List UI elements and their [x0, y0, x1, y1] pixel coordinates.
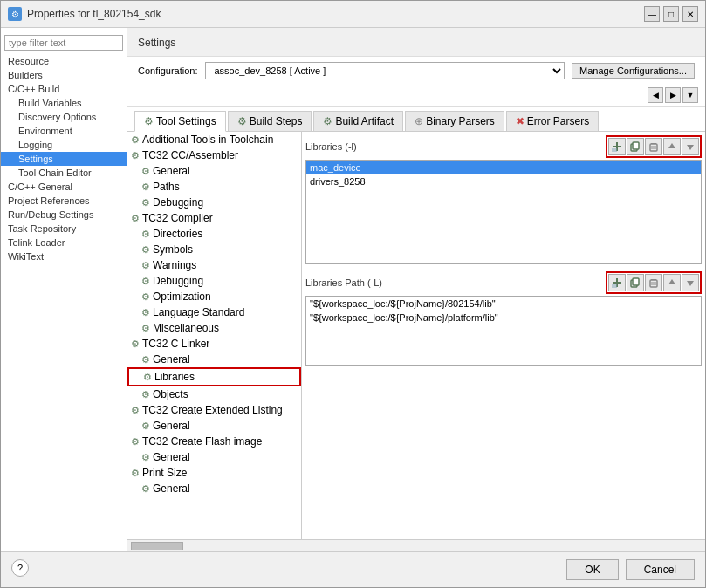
libraries-list: mac_device drivers_8258 [305, 160, 702, 264]
panel-body: ⚙ Additional Tools in Toolchain ⚙ TC32 C… [127, 132, 705, 539]
scrollbar-thumb[interactable] [131, 542, 183, 550]
libraries-add-button[interactable] [608, 138, 626, 155]
sidebar-item-builders[interactable]: Builders [1, 68, 127, 82]
tree-item-tc32-c-linker[interactable]: ⚙ TC32 C Linker [127, 336, 301, 352]
sidebar-item-run-debug[interactable]: Run/Debug Settings [1, 208, 127, 222]
tree-item-debugging1[interactable]: ⚙ Debugging [127, 195, 301, 210]
settings-title: Settings [138, 37, 175, 49]
main-window: ⚙ Properties for tl_802154_sdk — □ ✕ Res… [0, 0, 706, 588]
sidebar-item-cpp-general[interactable]: C/C++ General [1, 180, 127, 194]
tree-item-tc32-compiler[interactable]: ⚙ TC32 Compiler [127, 210, 301, 226]
nav-down-button[interactable]: ▼ [682, 87, 698, 103]
libraries-delete-button[interactable] [645, 138, 662, 155]
tree-item-print-size[interactable]: ⚙ Print Size [127, 465, 301, 481]
libraries-path-copy-button[interactable] [627, 274, 644, 291]
sidebar-item-cpp-build[interactable]: C/C++ Build [1, 82, 127, 96]
maximize-button[interactable]: □ [663, 6, 679, 22]
nav-arrows: ◀ ▶ ▼ [648, 87, 698, 103]
svg-marker-22 [668, 279, 675, 284]
libraries-path-delete-button[interactable] [645, 274, 662, 291]
tree-item-general1[interactable]: ⚙ General [127, 163, 301, 179]
svg-rect-14 [612, 284, 617, 288]
sidebar: Resource Builders C/C++ Build Build Vari… [1, 28, 127, 551]
tree-item-tc32-cc[interactable]: ⚙ TC32 CC/Assembler [127, 147, 301, 163]
library-item-mac-device[interactable]: mac_device [306, 161, 701, 174]
svg-rect-2 [612, 148, 617, 152]
tree-item-directories[interactable]: ⚙ Directories [127, 226, 301, 242]
sidebar-item-telink-loader[interactable]: Telink Loader [1, 236, 127, 250]
minimize-button[interactable]: — [644, 6, 660, 22]
help-button[interactable]: ? [11, 559, 29, 577]
sidebar-item-environment[interactable]: Environment [1, 124, 127, 138]
sidebar-item-settings[interactable]: Settings [1, 152, 127, 166]
manage-configurations-button[interactable]: Manage Configurations... [572, 63, 695, 79]
close-button[interactable]: ✕ [682, 6, 698, 22]
title-bar: ⚙ Properties for tl_802154_sdk — □ ✕ [1, 1, 705, 28]
tab-binary-parsers[interactable]: ⊕ Binary Parsers [405, 111, 504, 131]
tree-item-general2[interactable]: ⚙ General [127, 352, 301, 367]
library-item-drivers-8258[interactable]: drivers_8258 [306, 174, 701, 188]
tree-item-paths[interactable]: ⚙ Paths [127, 179, 301, 195]
libraries-path-up-button[interactable] [663, 274, 681, 291]
tab-build-artifact[interactable]: ⚙ Build Artifact [313, 111, 403, 131]
tree-item-objects[interactable]: ⚙ Objects [127, 386, 301, 402]
tree-item-optimization[interactable]: ⚙ Optimization [127, 289, 301, 304]
libraries-path-add-button[interactable] [608, 274, 626, 291]
window-icon: ⚙ [8, 7, 22, 21]
sidebar-item-resource[interactable]: Resource [1, 54, 127, 68]
sidebar-item-build-variables[interactable]: Build Variables [1, 96, 127, 110]
horizontal-scrollbar[interactable] [127, 539, 705, 551]
sidebar-item-logging[interactable]: Logging [1, 138, 127, 152]
ok-button[interactable]: OK [566, 559, 618, 580]
sidebar-item-tool-chain-editor[interactable]: Tool Chain Editor [1, 166, 127, 180]
tree-item-libraries[interactable]: ⚙ Libraries [127, 367, 301, 386]
svg-marker-10 [668, 143, 675, 148]
main-content: Resource Builders C/C++ Build Build Vari… [1, 28, 705, 551]
libraries-path-section-title: Libraries Path (-L) [305, 277, 382, 288]
libraries-up-button[interactable] [663, 138, 681, 155]
libraries-toolbar [606, 135, 702, 158]
tab-tool-settings[interactable]: ⚙ Tool Settings [134, 111, 226, 132]
sidebar-item-wikitext[interactable]: WikiText [1, 250, 127, 263]
sidebar-item-discovery-options[interactable]: Discovery Options [1, 110, 127, 124]
tree-panel: ⚙ Additional Tools in Toolchain ⚙ TC32 C… [127, 132, 302, 539]
tab-error-parsers[interactable]: ✖ Error Parsers [506, 111, 599, 131]
tree-item-tc32-create-flash[interactable]: ⚙ TC32 Create Flash image [127, 434, 301, 449]
libraries-copy-button[interactable] [627, 138, 644, 155]
settings-header: Settings [127, 28, 705, 57]
libraries-path-toolbar [606, 271, 702, 294]
tree-item-general4[interactable]: ⚙ General [127, 449, 301, 465]
libraries-path-section-header: Libraries Path (-L) [305, 271, 702, 294]
libraries-path-list: "${workspace_loc:/${ProjName}/802154/lib… [305, 296, 702, 366]
libraries-path-down-button[interactable] [682, 274, 699, 291]
tree-item-general5[interactable]: ⚙ General [127, 481, 301, 496]
library-path-item-2[interactable]: "${workspace_loc:/${ProjName}/platform/l… [306, 311, 701, 325]
tree-item-general3[interactable]: ⚙ General [127, 418, 301, 434]
libraries-section: Libraries (-l) [305, 135, 702, 264]
tree-item-debugging2[interactable]: ⚙ Debugging [127, 273, 301, 289]
sidebar-item-task-repository[interactable]: Task Repository [1, 222, 127, 236]
tree-item-warnings[interactable]: ⚙ Warnings [127, 257, 301, 273]
nav-forward-button[interactable]: ▶ [665, 87, 681, 103]
library-path-item-1[interactable]: "${workspace_loc:/${ProjName}/802154/lib… [306, 297, 701, 311]
sidebar-search-container [4, 35, 123, 51]
tree-item-tc32-create-extended[interactable]: ⚙ TC32 Create Extended Listing [127, 402, 301, 418]
sidebar-item-project-references[interactable]: Project References [1, 194, 127, 208]
tab-build-steps[interactable]: ⚙ Build Steps [228, 111, 312, 131]
cancel-button[interactable]: Cancel [626, 559, 695, 580]
tree-item-symbols[interactable]: ⚙ Symbols [127, 242, 301, 257]
tree-item-additional-tools[interactable]: ⚙ Additional Tools in Toolchain [127, 132, 301, 147]
window-controls: — □ ✕ [644, 6, 698, 22]
nav-back-button[interactable]: ◀ [648, 87, 663, 103]
tree-item-miscellaneous[interactable]: ⚙ Miscellaneous [127, 320, 301, 336]
libraries-down-button[interactable] [682, 138, 699, 155]
config-label: Configuration: [138, 65, 198, 76]
svg-marker-23 [687, 281, 694, 286]
svg-rect-16 [633, 278, 639, 285]
window-title: Properties for tl_802154_sdk [27, 8, 644, 20]
search-input[interactable] [4, 35, 123, 51]
libraries-section-title: Libraries (-l) [305, 141, 357, 152]
right-panel: Settings Configuration: assoc_dev_8258 [… [127, 28, 705, 551]
tree-item-language-standard[interactable]: ⚙ Language Standard [127, 304, 301, 320]
config-dropdown[interactable]: assoc_dev_8258 [ Active ] [205, 62, 565, 79]
